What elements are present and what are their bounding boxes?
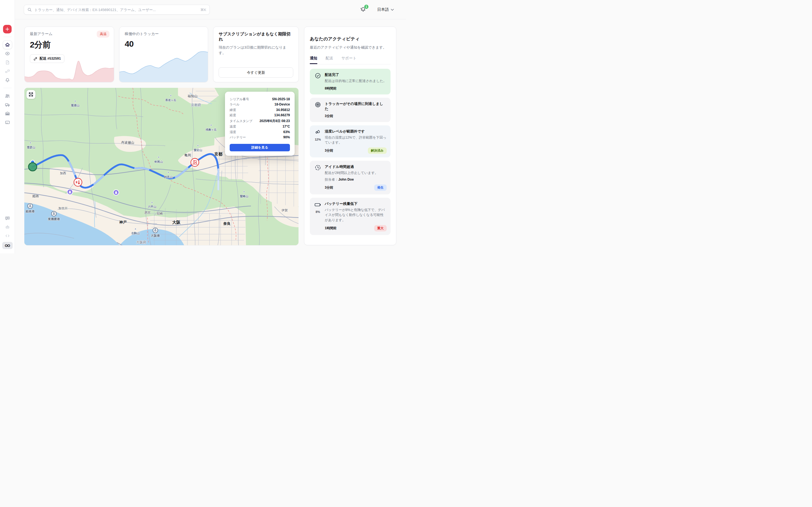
search-bar[interactable]: ⌘K <box>24 5 210 15</box>
map-label-city-major: 大阪 <box>172 220 181 225</box>
map-label-city: 西宮 <box>145 211 151 215</box>
tooltip-label: タイムスタンプ <box>230 119 252 123</box>
sidebar-item-users[interactable] <box>3 92 12 100</box>
mountain-icon: ▲ <box>158 156 160 158</box>
stat-cards: 最新アラーム 2分前 配送 #532591 高温 稼働中のトラッカー 40 サブ… <box>24 26 299 82</box>
map-label-city: 尼崎 <box>157 212 163 216</box>
notification-time: 1時間前 <box>325 226 337 231</box>
card-title: 最新アラーム <box>30 32 109 37</box>
mountain-icon: ▲ <box>167 171 170 173</box>
topbar-actions: 1 日本語 <box>360 0 394 19</box>
document-icon <box>5 60 10 65</box>
sidebar-item-alerts[interactable] <box>3 76 12 84</box>
battery-icon <box>314 201 321 208</box>
tooltip-label: 温度 <box>230 124 236 129</box>
search-input[interactable] <box>34 8 198 12</box>
tab-shipments[interactable]: 配送 <box>325 56 333 64</box>
card-title: 稼働中のトラッカー <box>124 32 203 37</box>
sidebar-item-locations[interactable] <box>3 49 12 58</box>
status-badge-active: 発生 <box>374 184 387 191</box>
search-shortcut: ⌘K <box>200 8 206 12</box>
map-label-mountain: 剣尾山 <box>154 160 163 164</box>
map-label-city: 加西 <box>60 171 66 175</box>
mountain-icon: ▲ <box>151 201 153 204</box>
tooltip-label: バッテリー <box>230 135 246 139</box>
map-label-city: 亀岡 <box>184 153 191 158</box>
map[interactable]: 兵庫県 福知山 ▲ 粟鹿山 ▲ 長老ヶ岳 京都府 ▲ 桟敷ヶ岳 ▲ 雪彦山 丹波… <box>24 88 299 245</box>
notification-count-badge: 1 <box>364 4 369 9</box>
route-start-marker[interactable] <box>29 163 37 171</box>
topbar: ⌘K 1 日本語 <box>15 0 406 19</box>
link-icon <box>34 57 37 61</box>
map-label-mountain: 長老ヶ岳 <box>165 98 176 102</box>
workspace-logo[interactable]: OO <box>2 242 13 249</box>
list-item-tracker-arrived[interactable]: トラッカーがその場所に到達しました 3分前 <box>310 98 391 122</box>
assignee-name: John Doe <box>338 178 354 181</box>
notification-title: 配送完了 <box>325 72 387 77</box>
view-details-button[interactable]: 詳細を見る <box>230 144 290 151</box>
temperature-alert-marker[interactable] <box>74 178 82 186</box>
activity-tabs: 通知 配送 サポート <box>310 56 391 64</box>
notifications-button[interactable]: 1 <box>360 6 367 13</box>
tab-notifications[interactable]: 通知 <box>310 56 317 64</box>
notification-title: 湿度レベルが範囲外です <box>325 129 387 134</box>
target-icon <box>314 101 321 108</box>
sidebar-bottom: OO <box>2 214 13 253</box>
sidebar-item-documents[interactable] <box>3 58 12 67</box>
status-badge-critical: 重大 <box>374 225 387 231</box>
mountain-icon: ▲ <box>29 141 32 144</box>
latest-alarm-card: 最新アラーム 2分前 配送 #532591 高温 <box>24 26 114 82</box>
map-label-port: 大阪港 <box>151 234 160 238</box>
map-label-city: 加古川 <box>59 206 68 211</box>
renew-now-button[interactable]: 今すぐ更新 <box>219 67 293 77</box>
tooltip-label: シリアル番号 <box>230 97 249 101</box>
map-label-prefecture: 大阪府 <box>136 240 146 245</box>
notification-time: 8時間前 <box>325 86 337 91</box>
sidebar-item-chat[interactable] <box>3 214 12 223</box>
status-badge-resolved: 解決済み <box>368 148 387 154</box>
notification-time: 3分前 <box>325 114 333 118</box>
sidebar-item-warehouse[interactable] <box>3 109 12 118</box>
map-label-mountain: 雪彦山 <box>27 146 35 150</box>
door-open-alert-marker[interactable] <box>191 159 199 167</box>
list-item-idle-time[interactable]: アイドル時間超過 配送が2時間以上停止しています。 担当者：John Doe 3… <box>310 161 391 194</box>
bell-icon <box>5 77 10 83</box>
tooltip-value-humidity: 63% <box>283 130 290 134</box>
shipment-link-chip[interactable]: 配送 #532591 <box>30 54 64 63</box>
add-button[interactable] <box>3 25 12 34</box>
language-selector[interactable]: 日本語 <box>377 7 394 12</box>
sidebar-item-devices[interactable] <box>3 67 12 76</box>
trackers-count-value: 40 <box>124 39 203 49</box>
mountain-icon: ▲ <box>210 123 212 126</box>
assignee-label: 担当者： <box>325 178 338 181</box>
warehouse-icon <box>5 111 10 116</box>
notification-description: 配送は目的地に正常に配達されました。 <box>325 78 387 83</box>
list-item-delivery-complete[interactable]: 配送完了 配送は目的地に正常に配達されました。 8時間前 <box>310 69 391 94</box>
tooltip-value-longitude: 134.66279 <box>274 113 290 117</box>
active-trackers-card: 稼働中のトラッカー 40 <box>119 26 208 82</box>
sidebar-item-deliveries[interactable] <box>3 100 12 109</box>
droplets-icon <box>314 129 321 135</box>
chevron-down-icon <box>391 9 394 11</box>
sidebar-item-billing[interactable] <box>3 118 12 127</box>
battery-value: 8% <box>316 210 320 214</box>
sidebar-item-assistant[interactable] <box>3 223 12 231</box>
tooltip-label: 緯度 <box>230 108 236 112</box>
tab-support[interactable]: サポート <box>341 56 357 64</box>
robot-icon <box>5 224 10 230</box>
subscription-card: サブスクリプションがまもなく期限切れ 現在のプランは3日後に期限切れになります。… <box>213 26 299 82</box>
sidebar: OO <box>0 0 15 253</box>
tooltip-value-latitude: 34.95812 <box>276 108 290 112</box>
mountain-icon: ▲ <box>74 99 77 102</box>
plus-icon <box>5 27 9 31</box>
notification-title: トラッカーがその場所に到達しました <box>325 101 387 111</box>
tooltip-value-battery: 90% <box>283 135 290 139</box>
list-item-humidity-alert[interactable]: 12% 湿度レベルが範囲外です 現在の湿度は12%で、許容範囲を下回っています。… <box>310 125 391 158</box>
truck-icon <box>5 102 10 107</box>
fullscreen-button[interactable] <box>27 90 35 99</box>
location-icon <box>5 51 10 56</box>
sidebar-item-developer[interactable] <box>3 231 12 240</box>
sidebar-item-home[interactable] <box>3 40 12 49</box>
list-item-low-battery[interactable]: 8% バッテリー残量低下 バッテリーが8%と危険な低下で、デバイスが間もなく動作… <box>310 198 391 235</box>
notification-time: 3分前 <box>325 148 333 153</box>
